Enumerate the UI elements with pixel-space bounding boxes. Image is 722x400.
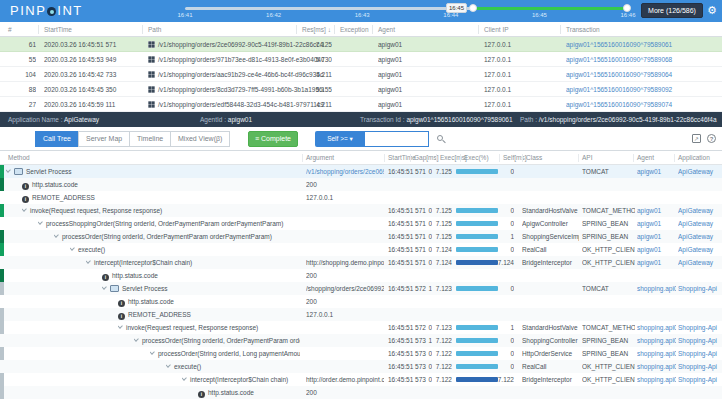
column-header-api[interactable]: API [582, 151, 592, 165]
cell-agent-link[interactable]: apigw01 [637, 230, 676, 243]
help-icon[interactable]: ? [707, 134, 716, 143]
column-header-gap[interactable]: Gap[ms] [414, 151, 439, 165]
cell-method[interactable]: iREMOTE_ADDRESS [22, 191, 300, 204]
column-header-client_ip[interactable]: Client IP [484, 22, 509, 37]
cell-application-link[interactable]: ApiGateway [678, 217, 720, 230]
calltree-search-input[interactable] [365, 131, 429, 147]
collapse-chevron-icon[interactable] [70, 245, 75, 251]
cell-method[interactable]: Servlet Process [6, 165, 300, 178]
tab-call-tree[interactable]: Call Tree [35, 131, 79, 147]
column-header-path[interactable]: Path [148, 22, 161, 37]
cell-method[interactable]: processOrder(String orderId, OrderPaymen… [134, 334, 300, 347]
calltree-row[interactable]: execute()16:45:51 57307.1220RealCallOK_H… [0, 360, 722, 373]
collapse-chevron-icon[interactable] [150, 349, 155, 355]
transaction-row[interactable]: 882020.03.26 16:45:45 350/v1/shopping/or… [0, 82, 722, 97]
cell-method[interactable]: processOrder(String orderId, Long paymen… [150, 347, 300, 360]
collapse-chevron-icon[interactable] [86, 258, 91, 264]
cell-application-link[interactable]: ApiGateway [678, 256, 720, 269]
time-range-slider[interactable]: 16:45 16:4116:4216:4316:4416:4516:46 [0, 0, 722, 22]
collapse-chevron-icon[interactable] [118, 323, 123, 329]
cell-application-link[interactable]: Shopping-Api [678, 334, 720, 347]
cell-method[interactable]: intercept(Interceptor$Chain chain) [182, 373, 300, 386]
calltree-row[interactable]: iREMOTE_ADDRESS127.0.0.1 [0, 191, 722, 204]
cell-method[interactable]: execute() [166, 360, 300, 373]
transaction-row[interactable]: 612020.03.26 16:45:51 571/v1/shopping/or… [0, 37, 722, 52]
cell-agent-link[interactable]: shopping.api01 [637, 373, 676, 386]
transaction-row[interactable]: 1042020.03.26 16:45:42 733/v1/shopping/o… [0, 67, 722, 82]
column-header-transaction[interactable]: Transaction [566, 22, 600, 37]
cell-method[interactable]: processShoppingOrder(String orderId, Ord… [38, 217, 300, 230]
column-header-res[interactable]: Res[ms] ↓ [302, 22, 331, 37]
cell-method[interactable]: intercept(Interceptor$Chain chain) [86, 256, 300, 269]
calltree-row[interactable]: Servlet Process/v1/shopping/orders/2ce06… [0, 165, 722, 178]
column-header-execpct[interactable]: Exec(%) [464, 151, 489, 165]
cell-application-link[interactable]: Shopping-Api [678, 321, 720, 334]
column-header-start[interactable]: StartTime [44, 22, 72, 37]
collapse-chevron-icon[interactable] [54, 232, 59, 238]
open-new-window-icon[interactable]: ↗ [692, 134, 701, 143]
cell-transaction-link[interactable]: apigw01^1565160016090^79589068 [566, 52, 716, 67]
column-header-app[interactable]: Application [678, 151, 710, 165]
cell-agent-link[interactable]: shopping.api01 [637, 282, 676, 295]
cell-agent-link[interactable]: apigw01 [637, 217, 676, 230]
cell-argument[interactable]: /v1/shopping/orders/2ce06992-90c... [306, 165, 384, 178]
calltree-row[interactable]: invoke(Request request, Response respons… [0, 204, 722, 217]
column-header-agent[interactable]: Agent [378, 22, 395, 37]
collapse-chevron-icon[interactable] [134, 336, 139, 342]
transaction-row[interactable]: 272020.03.26 16:45:59 111/v1/shopping/or… [0, 97, 722, 112]
column-header-class[interactable]: Class [526, 151, 542, 165]
calltree-row[interactable]: ihttp.status.code200 [0, 178, 722, 191]
tab-timeline[interactable]: Timeline [129, 131, 171, 147]
cell-method[interactable]: ihttp.status.code [118, 295, 300, 308]
column-header-method[interactable]: Method [8, 151, 30, 165]
search-icon[interactable] [437, 135, 443, 141]
cell-method[interactable]: ihttp.status.code [198, 386, 300, 399]
calltree-row[interactable]: iREMOTE_ADDRESS127.0.0.1 [0, 308, 722, 321]
collapse-chevron-icon[interactable] [182, 375, 187, 381]
cell-transaction-link[interactable]: apigw01^1565160016090^79589064 [566, 67, 716, 82]
cell-application-link[interactable]: Shopping-Api [678, 360, 720, 373]
gear-icon[interactable]: ⚙ [707, 3, 717, 18]
cell-transaction-link[interactable]: apigw01^1565160016090^79589061 [566, 37, 716, 52]
slider-left-handle[interactable] [469, 4, 477, 12]
calltree-row[interactable]: intercept(Interceptor$Chain chain)http:/… [0, 373, 722, 386]
calltree-row[interactable]: invoke(Request request, Response respons… [0, 321, 722, 334]
slider-right-handle[interactable] [623, 4, 631, 12]
calltree-row[interactable]: Servlet Process/shopping/orders/2ce06992… [0, 282, 722, 295]
collapse-chevron-icon[interactable] [6, 167, 11, 173]
calltree-row[interactable]: processOrder(String orderId, Long paymen… [0, 347, 722, 360]
calltree-row[interactable]: processShoppingOrder(String orderId, Ord… [0, 217, 722, 230]
calltree-row[interactable]: ihttp.status.code200 [0, 295, 722, 308]
calltree-row[interactable]: execute()16:45:51 57107.1240RealCallOK_H… [0, 243, 722, 256]
more-button[interactable]: More (126/586) [641, 3, 703, 18]
column-header-start[interactable]: StartTime [388, 151, 416, 165]
cell-agent-link[interactable]: apigw01 [637, 165, 676, 178]
column-header-exception[interactable]: Exception [340, 22, 369, 37]
cell-agent-link[interactable]: shopping.api01 [637, 360, 676, 373]
self-filter-dropdown[interactable]: Self >= ▾ [315, 131, 365, 147]
cell-agent-link[interactable]: shopping.api01 [637, 334, 676, 347]
cell-method[interactable]: iREMOTE_ADDRESS [118, 308, 300, 321]
cell-application-link[interactable]: ApiGateway [678, 204, 720, 217]
cell-transaction-link[interactable]: apigw01^1565160016090^79589092 [566, 82, 716, 97]
calltree-row[interactable]: ihttp.status.code200 [0, 269, 722, 282]
cell-agent-link[interactable]: apigw01 [637, 243, 676, 256]
calltree-row[interactable]: ihttp.status.code200 [0, 386, 722, 399]
calltree-row[interactable]: intercept(Interceptor$Chain chain)http:/… [0, 256, 722, 269]
column-header-exec[interactable]: Exec[ms] [440, 151, 467, 165]
cell-agent-link[interactable]: apigw01 [637, 256, 676, 269]
cell-method[interactable]: execute() [70, 243, 300, 256]
cell-application-link[interactable]: Shopping-Api [678, 347, 720, 360]
slider-selected-range[interactable] [473, 7, 628, 10]
calltree-row[interactable]: processOrder(String orderId, OrderPaymen… [0, 334, 722, 347]
cell-method[interactable]: invoke(Request request, Response respons… [22, 204, 300, 217]
cell-application-link[interactable]: Shopping-Api [678, 373, 720, 386]
calltree-row[interactable]: processOrder(String orderId, OrderPaymen… [0, 230, 722, 243]
cell-application-link[interactable]: ApiGateway [678, 243, 720, 256]
cell-method[interactable]: ihttp.status.code [102, 269, 300, 282]
collapse-chevron-icon[interactable] [38, 219, 43, 225]
tab-mixed-view-[interactable]: Mixed View(β) [170, 131, 230, 147]
transaction-row[interactable]: 552020.03.26 16:45:53 949/v1/shopping/or… [0, 52, 722, 67]
cell-agent-link[interactable]: apigw01 [637, 204, 676, 217]
column-header-argument[interactable]: Argument [306, 151, 334, 165]
